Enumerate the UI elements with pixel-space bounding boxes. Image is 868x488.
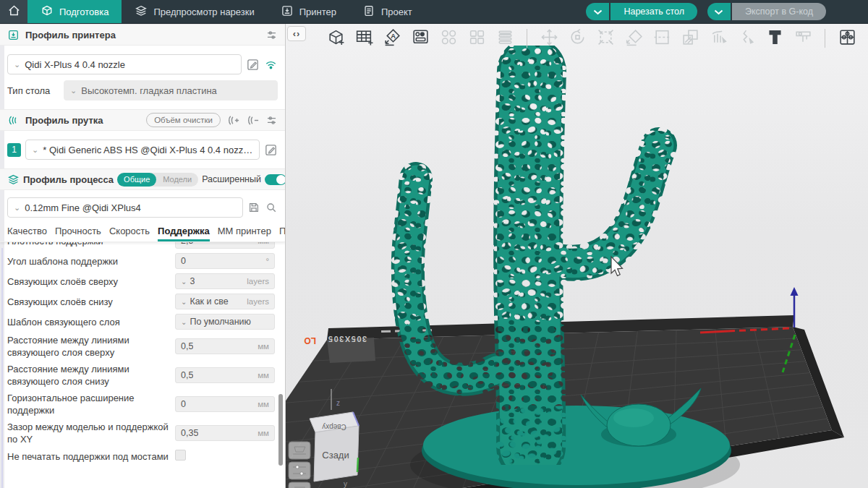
split-to-objects-button	[436, 26, 461, 51]
setting-row: Расстояние между линиями связующего слоя…	[7, 361, 285, 390]
setting-unit: мм	[258, 371, 269, 380]
rotate-button	[565, 26, 590, 51]
text-tool-button[interactable]	[762, 26, 787, 51]
printer-settings-icon[interactable]	[265, 29, 278, 41]
assembly-view-button[interactable]	[835, 26, 859, 51]
variable-layer-height-button	[493, 26, 517, 51]
measure-button	[791, 26, 815, 51]
tab-preview[interactable]: Предпросмотр нарезки	[122, 0, 267, 23]
add-model-button[interactable]	[323, 26, 348, 51]
home-button[interactable]	[0, 0, 27, 23]
setting-label: Расстояние между линиями связующего слоя…	[7, 363, 175, 388]
setting-input[interactable]: 0,5мм	[175, 367, 275, 383]
viewport-3d[interactable]: 305X305 LO	[286, 24, 868, 488]
setting-checkbox[interactable]	[175, 450, 186, 461]
assembly-view-icon	[838, 27, 857, 50]
tab-prepare[interactable]: Подготовка	[27, 0, 122, 23]
axis-z-label: z	[336, 399, 340, 407]
lay-on-face-button	[621, 26, 646, 51]
process-tab[interactable]: Прочность	[55, 226, 101, 241]
search-icon[interactable]	[265, 201, 278, 214]
plate-settings-button[interactable]	[408, 26, 433, 51]
chevron-down-icon: ⌄	[181, 318, 187, 326]
setting-input[interactable]: 0,35мм	[175, 425, 275, 441]
auto-arrange-button[interactable]: A	[380, 26, 404, 51]
setting-row: Не печатать поддержки под мостами	[7, 448, 285, 466]
seam-paint-icon	[737, 27, 757, 50]
export-dropdown-button[interactable]	[707, 3, 731, 20]
bed-type-select[interactable]: ⌄ Высокотемп. гладкая пластина	[64, 80, 278, 100]
settings-list: Плотность поддержки2,5ммУгол шаблона под…	[0, 242, 285, 488]
setting-value: 0	[181, 256, 186, 266]
support-paint-icon	[709, 27, 728, 50]
setting-select[interactable]: ⌄3layers	[175, 273, 275, 289]
setting-input[interactable]: 2,5мм	[175, 242, 275, 249]
collapse-panel-button[interactable]: ‹›	[287, 26, 306, 41]
process-tab[interactable]: Скорость	[109, 226, 150, 241]
setting-row: Расстояние между линиями связующего слоя…	[7, 332, 285, 361]
slice-plate-button[interactable]: Нарезать стол	[610, 3, 697, 20]
setting-value: 0,35	[181, 428, 198, 438]
filament-icon	[7, 114, 20, 127]
process-tab[interactable]: ММ принтер	[218, 226, 271, 241]
panel-scrollbar[interactable]	[278, 394, 283, 466]
export-gcode-button[interactable]: Экспорт в G-код	[732, 3, 826, 20]
chevron-down-icon: ⌄	[32, 145, 38, 155]
setting-row: Плотность поддержки2,5мм	[7, 242, 285, 251]
setting-row: Горизонтальное расширение поддержки0мм	[7, 390, 285, 419]
rotate-icon	[568, 27, 587, 50]
setting-unit: мм	[258, 342, 269, 351]
plates-overlay-button[interactable]	[289, 482, 310, 488]
setting-input[interactable]: 0мм	[175, 396, 275, 412]
mode-objects-button[interactable]: Модели	[156, 173, 198, 187]
tab-label: Проект	[381, 7, 412, 17]
chevron-down-icon: ⌄	[14, 203, 20, 213]
process-tab[interactable]: Поддержка	[158, 226, 210, 241]
save-icon[interactable]	[247, 201, 260, 214]
setting-select[interactable]: ⌄По умолчанию	[175, 314, 275, 330]
process-section-header: Профиль процесса Общие Модели Расширенны…	[0, 168, 285, 190]
filament-section-title: Профиль прутка	[25, 115, 103, 126]
nav-cube-top-label[interactable]: Сверху	[322, 423, 346, 431]
setting-label: Зазор между моделью и поддержкой по XY	[7, 421, 175, 445]
add-model-icon	[326, 27, 346, 50]
tab-printer[interactable]: Принтер	[268, 0, 349, 23]
add-filament-icon[interactable]	[226, 114, 240, 127]
mode-global-button[interactable]: Общие	[117, 173, 156, 187]
bed-type-label: Тип стола	[7, 85, 59, 96]
add-plate-button[interactable]	[352, 26, 376, 51]
setting-input[interactable]: 0°	[175, 253, 275, 269]
setting-value: 0,5	[181, 370, 193, 380]
printer-profile-select[interactable]: ⌄ Qidi X-Plus 4 0.4 nozzle	[7, 54, 242, 74]
setting-unit: мм	[258, 242, 269, 245]
filament-settings-icon[interactable]	[265, 114, 278, 127]
tab-label: Предпросмотр нарезки	[153, 7, 254, 17]
support-paint-button	[706, 26, 731, 51]
split-to-objects-icon	[439, 27, 459, 50]
wifi-icon[interactable]	[264, 58, 278, 72]
remove-filament-icon[interactable]	[246, 114, 260, 127]
filament-profile-select[interactable]: ⌄ * Qidi Generic ABS HS @Qidi X-Plus 4 0…	[25, 140, 260, 160]
nav-cube-front-label[interactable]: Сзади	[322, 450, 349, 461]
setting-label: Расстояние между линиями связующего слоя…	[7, 334, 175, 359]
edit-filament-icon[interactable]	[264, 143, 278, 157]
toolbar-divider	[825, 29, 825, 48]
printer-icon	[281, 4, 294, 20]
chevron-down-icon	[593, 5, 603, 18]
process-profile-select[interactable]: ⌄ 0.12mm Fine @Qidi XPlus4	[7, 197, 243, 218]
tab-project[interactable]: Проект	[349, 0, 425, 23]
flush-volume-button[interactable]: Объём очистки	[146, 113, 221, 127]
filament-profile-value: * Qidi Generic ABS HS @Qidi X-Plus 4 0.4…	[43, 145, 253, 155]
setting-select[interactable]: ⌄Как и свеlayers	[175, 294, 275, 309]
process-tab[interactable]: Качество	[7, 226, 47, 241]
scene-3d: 305X305 LO	[286, 24, 868, 488]
filament-slot-badge[interactable]: 1	[7, 143, 21, 157]
process-tab[interactable]: П	[279, 226, 285, 241]
edit-printer-icon[interactable]	[246, 58, 260, 72]
advanced-toggle[interactable]	[265, 174, 285, 185]
setting-input[interactable]: 0,5мм	[175, 338, 275, 354]
slice-dropdown-button[interactable]	[586, 3, 609, 20]
bed-overlay-button[interactable]	[289, 442, 310, 459]
sliders-overlay-button[interactable]	[289, 462, 310, 479]
setting-value: 3	[190, 276, 195, 286]
